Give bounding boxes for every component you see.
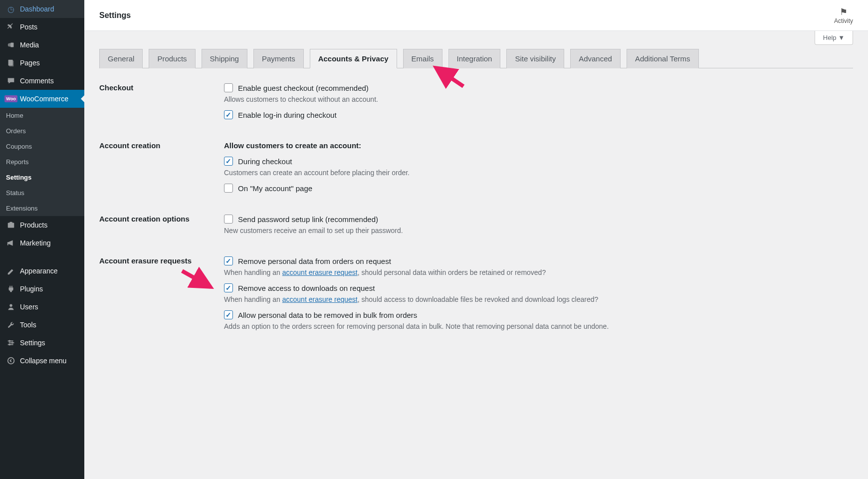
svg-point-13 (8, 358, 14, 364)
sidebar-item-collapse[interactable]: Collapse menu (0, 352, 84, 370)
checkbox-label: During checkout (238, 157, 292, 166)
tab-products[interactable]: Products (149, 49, 195, 68)
tab-site-visibility[interactable]: Site visibility (506, 49, 564, 68)
plugins-icon (6, 284, 16, 294)
field-description: Adds an option to the orders screen for … (224, 322, 853, 330)
sidebar-item-appearance[interactable]: Appearance (0, 262, 84, 280)
sidebar-sub-settings[interactable]: Settings (0, 170, 84, 185)
checkbox-remove-personal-data[interactable]: Remove personal data from orders on requ… (224, 256, 853, 265)
checkbox-remove-downloads[interactable]: Remove access to downloads on request (224, 283, 853, 292)
sidebar-item-marketing[interactable]: Marketing (0, 234, 84, 252)
checkbox-login-checkout[interactable]: Enable log-in during checkout (224, 110, 853, 119)
checkbox-label: Send password setup link (recommended) (238, 215, 378, 224)
checkbox-guest-checkout[interactable]: Enable guest checkout (recommended) (224, 83, 853, 92)
sidebar-item-label: Plugins (20, 285, 43, 293)
settings-tabs: General Products Shipping Payments Accou… (99, 49, 853, 68)
checkbox-label: Enable log-in during checkout (238, 111, 337, 119)
sidebar-item-label: Pages (20, 59, 40, 67)
flag-icon: ⚑ (834, 6, 853, 17)
sidebar-item-pages[interactable]: Pages (0, 54, 84, 72)
section-checkout: Checkout Enable guest checkout (recommen… (99, 83, 853, 126)
collapse-icon (6, 356, 16, 366)
dashboard-icon: ◷ (6, 4, 16, 14)
svg-point-6 (9, 304, 12, 307)
checkbox-icon (224, 157, 233, 166)
sidebar-sub-status[interactable]: Status (0, 185, 84, 201)
sidebar-item-dashboard[interactable]: ◷ Dashboard (0, 0, 84, 18)
tab-general[interactable]: General (99, 49, 143, 68)
admin-sidebar: ◷ Dashboard Posts Media Pages Comments W… (0, 0, 84, 479)
section-label: Account creation options (99, 215, 224, 241)
checkbox-bulk-remove[interactable]: Allow personal data to be removed in bul… (224, 310, 853, 319)
checkbox-my-account[interactable]: On "My account" page (224, 184, 853, 193)
page-title: Settings (99, 11, 131, 20)
svg-rect-3 (9, 61, 13, 67)
tab-additional-terms[interactable]: Additional Terms (627, 49, 699, 68)
activity-button[interactable]: ⚑ Activity (834, 6, 853, 24)
sidebar-item-label: Users (20, 303, 38, 311)
sidebar-item-label: Marketing (20, 239, 50, 247)
sidebar-item-label: Tools (20, 321, 36, 329)
section-label: Checkout (99, 83, 224, 126)
pin-icon (6, 22, 16, 32)
tab-payments[interactable]: Payments (253, 49, 304, 68)
settings-icon (6, 338, 16, 348)
erasure-link[interactable]: account erasure request (282, 268, 358, 276)
sidebar-item-label: Dashboard (20, 5, 54, 13)
sidebar-item-label: Products (20, 221, 47, 229)
woocommerce-icon: Woo (6, 94, 16, 104)
sidebar-sub-orders[interactable]: Orders (0, 123, 84, 139)
checkbox-label: On "My account" page (238, 184, 312, 193)
section-label: Account creation (99, 141, 224, 200)
section-account-creation: Account creation Allow customers to crea… (99, 141, 853, 200)
sidebar-sub-reports[interactable]: Reports (0, 154, 84, 170)
tab-emails[interactable]: Emails (403, 49, 442, 68)
field-description: When handling an account erasure request… (224, 295, 853, 303)
svg-point-11 (11, 342, 13, 344)
tools-icon (6, 320, 16, 330)
checkbox-icon (224, 110, 233, 119)
sidebar-item-products[interactable]: Products (0, 216, 84, 234)
help-row: Help ▼ (84, 31, 868, 45)
tab-accounts-privacy[interactable]: Accounts & Privacy (310, 49, 397, 68)
checkbox-icon (224, 283, 233, 292)
sidebar-item-label: Appearance (20, 267, 58, 275)
checkbox-icon (224, 256, 233, 265)
checkbox-password-link[interactable]: Send password setup link (recommended) (224, 215, 853, 224)
help-button[interactable]: Help ▼ (815, 31, 853, 45)
sidebar-item-tools[interactable]: Tools (0, 316, 84, 334)
svg-rect-5 (9, 222, 12, 224)
sidebar-item-comments[interactable]: Comments (0, 72, 84, 90)
tab-advanced[interactable]: Advanced (570, 49, 621, 68)
page-header: Settings ⚑ Activity (84, 0, 868, 31)
sidebar-item-plugins[interactable]: Plugins (0, 280, 84, 298)
tab-integration[interactable]: Integration (448, 49, 501, 68)
sidebar-item-woocommerce[interactable]: Woo WooCommerce (0, 90, 84, 108)
marketing-icon (6, 238, 16, 248)
sidebar-item-users[interactable]: Users (0, 298, 84, 316)
field-heading: Allow customers to create an account: (224, 141, 853, 150)
tab-shipping[interactable]: Shipping (202, 49, 247, 68)
sidebar-sub-extensions[interactable]: Extensions (0, 201, 84, 216)
sidebar-item-settings[interactable]: Settings (0, 334, 84, 352)
pages-icon (6, 58, 16, 68)
svg-rect-4 (8, 223, 14, 228)
svg-point-10 (9, 340, 11, 342)
sidebar-sub-home[interactable]: Home (0, 108, 84, 123)
sidebar-sub-coupons[interactable]: Coupons (0, 139, 84, 154)
svg-rect-1 (10, 43, 13, 47)
checkbox-label: Enable guest checkout (recommended) (238, 84, 369, 92)
sidebar-item-label: WooCommerce (20, 95, 68, 103)
main-content: Settings ⚑ Activity Help ▼ General Produ… (84, 0, 868, 479)
checkbox-icon (224, 215, 233, 224)
section-erasure: Account erasure requests Remove personal… (99, 256, 853, 337)
sidebar-item-media[interactable]: Media (0, 36, 84, 54)
sidebar-item-label: Settings (20, 339, 45, 347)
settings-content: General Products Shipping Payments Accou… (84, 45, 868, 352)
appearance-icon (6, 266, 16, 276)
users-icon (6, 302, 16, 312)
checkbox-during-checkout[interactable]: During checkout (224, 157, 853, 166)
erasure-link[interactable]: account erasure request (282, 295, 358, 303)
checkbox-label: Allow personal data to be removed in bul… (238, 311, 417, 319)
sidebar-item-posts[interactable]: Posts (0, 18, 84, 36)
